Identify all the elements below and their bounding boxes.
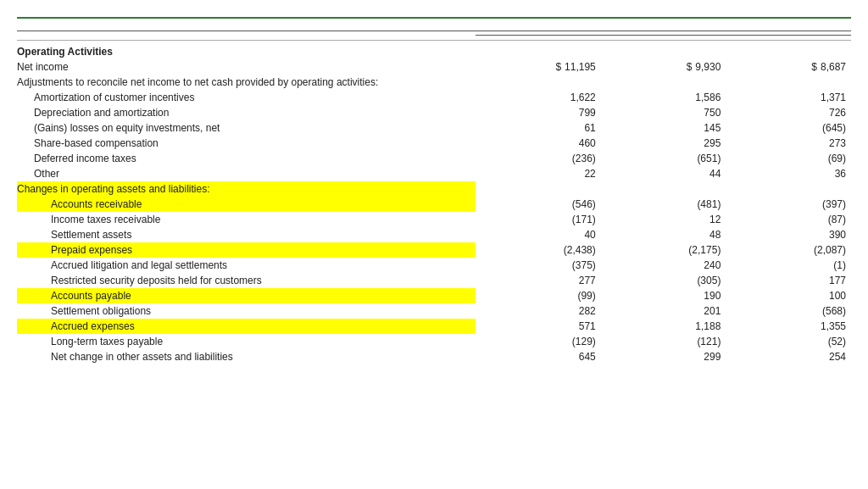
table-row: (Gains) losses on equity investments, ne… bbox=[17, 120, 851, 136]
table-row: Adjustments to reconcile net income to n… bbox=[17, 75, 851, 90]
table-row: Settlement obligations282201(568) bbox=[17, 303, 851, 319]
table-row: Accrued litigation and legal settlements… bbox=[17, 258, 851, 273]
table-row: Amortization of customer incentives1,622… bbox=[17, 90, 851, 105]
table-row: Accounts payable(99)190100 bbox=[17, 288, 851, 303]
table-row: Net change in other assets and liabiliti… bbox=[17, 349, 851, 364]
section-header-operating_activities: Operating Activities bbox=[17, 41, 851, 60]
page-title bbox=[17, 14, 851, 19]
table-row: Depreciation and amortization799750726 bbox=[17, 105, 851, 120]
table-row: Restricted security deposits held for cu… bbox=[17, 273, 851, 288]
table-row: Accrued expenses5711,1881,355 bbox=[17, 319, 851, 334]
table-row: Deferred income taxes(236)(651)(69) bbox=[17, 151, 851, 166]
table-row: Accounts receivable(546)(481)(397) bbox=[17, 197, 851, 212]
table-row: Share-based compensation460295273 bbox=[17, 136, 851, 151]
table-row: Prepaid expenses(2,438)(2,175)(2,087) bbox=[17, 242, 851, 258]
table-row: Other224436 bbox=[17, 166, 851, 181]
table-row: Settlement assets4048390 bbox=[17, 227, 851, 242]
table-row: Long-term taxes payable(129)(121)(52) bbox=[17, 334, 851, 349]
table-row: Income taxes receivable(171)12(87) bbox=[17, 212, 851, 227]
table-row: Changes in operating assets and liabilit… bbox=[17, 181, 851, 197]
table-row: Net income$11,195$9,930$8,687 bbox=[17, 59, 851, 75]
